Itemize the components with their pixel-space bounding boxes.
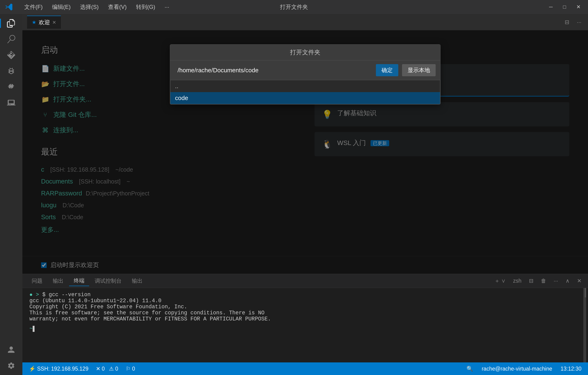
vscode-logo-icon xyxy=(5,3,13,11)
terminal-more-button[interactable]: ··· xyxy=(552,277,560,285)
status-ssh[interactable]: ⚡ SSH: 192.168.95.129 xyxy=(27,365,90,372)
terminal-shell-label: zsh xyxy=(511,277,523,285)
menu-goto[interactable]: 转到(G) xyxy=(134,2,157,12)
menu-select[interactable]: 选择(S) xyxy=(78,2,101,12)
dialog-title: 打开文件夹 xyxy=(170,45,440,61)
terminal-scrollbar[interactable] xyxy=(583,288,586,362)
tab-debug[interactable]: 调试控制台 xyxy=(90,276,126,286)
terminal-cursor xyxy=(33,326,34,332)
user-label: rache@rache-virtual-machine xyxy=(482,366,552,372)
dropdown-item-parent[interactable]: .. xyxy=(170,80,440,92)
remote-icon: ⚡ xyxy=(29,366,36,372)
tab-label: 欢迎 xyxy=(39,19,50,26)
activity-account[interactable] xyxy=(4,343,18,357)
dialog-overlay: 打开文件夹 确定 显示本地 .. code xyxy=(22,30,588,274)
dialog-input-row: 确定 显示本地 xyxy=(170,61,440,80)
tab-output[interactable]: 输出 xyxy=(48,276,68,286)
confirm-button[interactable]: 确定 xyxy=(376,64,398,76)
activity-settings[interactable] xyxy=(4,359,18,373)
tab-output2[interactable]: 输出 xyxy=(127,276,147,286)
split-terminal-button[interactable]: ⊟ xyxy=(527,277,535,285)
titlebar-center-title: 打开文件夹 xyxy=(280,3,308,11)
error-count: 0 xyxy=(102,366,105,372)
folder-path-input[interactable] xyxy=(175,64,372,76)
activity-extensions[interactable] xyxy=(4,80,18,94)
split-editor-button[interactable]: ⊟ xyxy=(563,18,571,26)
menu-more[interactable]: ··· xyxy=(163,3,171,11)
more-actions-button[interactable]: ··· xyxy=(575,18,583,26)
welcome-tab[interactable]: ★ 欢迎 ✕ xyxy=(27,16,61,29)
delete-terminal-button[interactable]: 🗑 xyxy=(539,277,548,285)
activity-debug[interactable] xyxy=(4,64,18,78)
terminal-line-4: This is free software; see the source fo… xyxy=(29,310,581,316)
activity-bar xyxy=(0,14,22,375)
search-icon: 🔍 xyxy=(466,366,473,372)
activity-git[interactable] xyxy=(4,48,18,62)
statusbar: ⚡ SSH: 192.168.95.129 ✕ 0 ⚠ 0 ⚐ 0 🔍 xyxy=(22,362,588,375)
menu-edit[interactable]: 编辑(E) xyxy=(50,2,73,12)
show-local-button[interactable]: 显示本地 xyxy=(402,64,436,76)
remote-count: ⚐ 0 xyxy=(126,366,135,372)
status-time[interactable]: 13:12:30 xyxy=(559,365,583,372)
tab-bar-right: ⊟ ··· xyxy=(563,18,583,26)
error-icon: ✕ xyxy=(96,366,100,372)
status-errors[interactable]: ✕ 0 ⚠ 0 xyxy=(94,365,120,372)
terminal-line-5: warranty; not even for MERCHANTABILITY o… xyxy=(29,316,581,322)
dropdown-item-code[interactable]: code xyxy=(170,92,440,104)
status-remote-count[interactable]: ⚐ 0 xyxy=(124,365,137,372)
maximize-panel-button[interactable]: ∧ xyxy=(564,277,571,285)
status-right: 🔍 rache@rache-virtual-machine 13:12:30 xyxy=(465,365,583,372)
menu-file[interactable]: 文件(F) xyxy=(22,2,45,12)
activity-remote[interactable] xyxy=(4,96,18,110)
tab-terminal[interactable]: 终端 xyxy=(69,276,89,286)
ssh-label: SSH: 192.168.95.129 xyxy=(37,366,88,372)
titlebar-right-buttons: ─ □ ✕ xyxy=(546,3,583,11)
titlebar: 文件(F) 编辑(E) 选择(S) 查看(V) 转到(G) ··· 打开文件夹 … xyxy=(0,0,588,14)
tab-bar: ★ 欢迎 ✕ ⊟ ··· xyxy=(22,14,588,30)
tab-problems[interactable]: 问题 xyxy=(27,276,47,286)
activity-explorer[interactable] xyxy=(4,16,18,30)
close-button[interactable]: ✕ xyxy=(574,3,583,11)
terminal-area: 问题 输出 终端 调试控制台 输出 ＋ ∨ zsh ⊟ 🗑 ··· ∧ ✕ ● … xyxy=(22,274,588,362)
titlebar-menu: 文件(F) 编辑(E) 选择(S) 查看(V) 转到(G) ··· xyxy=(22,2,171,12)
terminal-line-2: gcc (Ubuntu 11.4.0-1ubuntu1~22.04) 11.4.… xyxy=(29,298,581,304)
status-left: ⚡ SSH: 192.168.95.129 ✕ 0 ⚠ 0 ⚐ 0 xyxy=(27,365,137,372)
main-area: ★ 欢迎 ✕ ⊟ ··· 打开文件夹 确定 显示本地 xyxy=(22,14,588,375)
terminal-cursor-line: ~ xyxy=(29,326,581,332)
minimize-button[interactable]: ─ xyxy=(546,3,556,11)
menu-view[interactable]: 查看(V) xyxy=(106,2,129,12)
terminal-scroll-thumb xyxy=(585,288,586,297)
welcome-content: 打开文件夹 确定 显示本地 .. code 启动 xyxy=(22,30,588,274)
terminal-content[interactable]: ● > $ gcc --version gcc (Ubuntu 11.4.0-1… xyxy=(22,288,588,362)
status-user[interactable]: rache@rache-virtual-machine xyxy=(480,365,554,372)
terminal-tabs: 问题 输出 终端 调试控制台 输出 ＋ ∨ zsh ⊟ 🗑 ··· ∧ ✕ xyxy=(22,274,588,288)
warning-count: 0 xyxy=(115,366,118,372)
warning-icon: ⚠ xyxy=(109,366,114,372)
new-terminal-button[interactable]: ＋ ∨ xyxy=(493,276,507,285)
terminal-line-1: ● > $ gcc --version xyxy=(29,292,581,298)
terminal-tab-right: ＋ ∨ zsh ⊟ 🗑 ··· ∧ ✕ xyxy=(493,276,583,285)
terminal-line-3: Copyright (C) 2021 Free Software Foundat… xyxy=(29,304,581,310)
tab-icon: ★ xyxy=(32,19,36,25)
folder-dropdown: .. code xyxy=(170,80,440,104)
activity-search[interactable] xyxy=(4,32,18,46)
tab-close-button[interactable]: ✕ xyxy=(52,20,56,25)
app-body: ★ 欢迎 ✕ ⊟ ··· 打开文件夹 确定 显示本地 xyxy=(0,14,588,375)
open-folder-dialog: 打开文件夹 确定 显示本地 .. code xyxy=(170,44,441,104)
status-search[interactable]: 🔍 xyxy=(465,365,475,372)
time-label: 13:12:30 xyxy=(560,366,581,372)
restore-button[interactable]: □ xyxy=(560,3,569,11)
close-panel-button[interactable]: ✕ xyxy=(575,277,583,285)
